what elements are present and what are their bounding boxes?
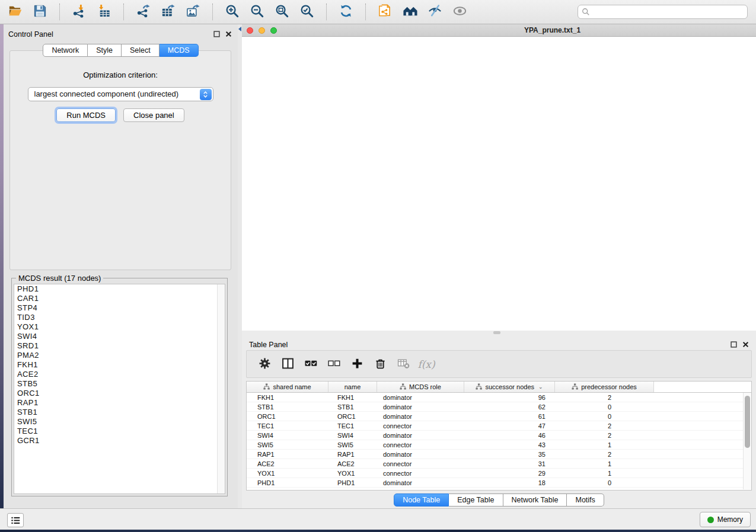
table-cell: 61 [464, 412, 555, 421]
mcds-result-list[interactable]: PHD1CAR1STP4TID3YOX1SWI4SRD1PMA2FKH1ACE2… [14, 284, 225, 494]
columns-button[interactable] [280, 357, 295, 371]
mcds-result-item[interactable]: RAP1 [14, 398, 225, 408]
zoom-fit-button[interactable] [274, 4, 290, 20]
run-mcds-button[interactable]: Run MCDS [56, 108, 116, 122]
zoom-out-button[interactable] [249, 4, 265, 20]
column-header-MCDS-role[interactable]: MCDS role [377, 382, 464, 392]
hide-annotations-button[interactable] [427, 4, 443, 20]
export-network-icon [136, 4, 151, 20]
table-row[interactable]: TEC1TEC1connector472 [247, 421, 751, 431]
mcds-result-item[interactable]: STB1 [14, 408, 225, 417]
splitter-grip[interactable] [493, 331, 500, 334]
column-header-successor-nodes[interactable]: successor nodes⌄ [464, 382, 555, 392]
column-header-shared-name[interactable]: shared name [247, 382, 328, 392]
table-row[interactable]: RAP1RAP1dominator352 [247, 450, 751, 459]
window-zoom-light[interactable] [270, 27, 277, 34]
houses-button[interactable] [402, 4, 418, 20]
splitter-collapse-icon[interactable] [238, 27, 241, 31]
tab-motifs[interactable]: Motifs [567, 493, 604, 507]
table-cell: 29 [464, 469, 555, 477]
table-row[interactable]: PHD1PHD1dominator180 [247, 478, 751, 488]
mcds-result-item[interactable]: ORC1 [14, 389, 225, 398]
window-close-light[interactable] [247, 27, 253, 34]
show-graphics-details-button[interactable] [452, 4, 468, 20]
task-history-button[interactable] [7, 513, 24, 527]
network-graph[interactable] [242, 37, 756, 331]
mcds-list-scrollbar[interactable] [217, 284, 225, 493]
float-panel-icon[interactable] [213, 31, 220, 37]
criterion-select[interactable]: largest connected component (undirected) [28, 87, 213, 101]
table-row[interactable]: ORC1ORC1dominator610 [247, 412, 751, 421]
mcds-result-item[interactable]: PHD1 [14, 284, 225, 294]
table-scrollbar[interactable] [743, 393, 751, 489]
open-button[interactable] [7, 4, 23, 20]
memory-button[interactable]: Memory [700, 512, 751, 527]
select-all-button[interactable] [304, 357, 318, 371]
mcds-result-item[interactable]: TEC1 [14, 427, 225, 436]
tree-column-icon [476, 383, 482, 391]
mcds-result-item[interactable]: TID3 [14, 313, 225, 322]
search-input[interactable] [590, 6, 747, 18]
mcds-result-item[interactable]: SWI4 [14, 332, 225, 341]
tab-style[interactable]: Style [88, 44, 122, 57]
mcds-result-item[interactable]: CAR1 [14, 294, 225, 303]
add-button[interactable] [350, 357, 364, 371]
tab-node-table[interactable]: Node Table [394, 493, 449, 507]
column-header-predecessor-nodes[interactable]: predecessor nodes [555, 382, 654, 392]
close-table-panel-icon[interactable] [742, 341, 749, 348]
mcds-result-item[interactable]: GCR1 [14, 436, 225, 446]
tab-network-table[interactable]: Network Table [503, 493, 567, 507]
window-minimize-light[interactable] [259, 27, 265, 34]
select-all-icon [305, 357, 317, 371]
tab-edge-table[interactable]: Edge Table [449, 493, 503, 507]
table-row[interactable]: SWI5SWI5connector431 [247, 440, 751, 450]
sort-chevron-icon[interactable]: ⌄ [538, 384, 543, 390]
control-panel-title: Control Panel [8, 30, 53, 39]
close-panel-button[interactable]: Close panel [123, 108, 184, 122]
table-row[interactable]: STB1STB1dominator620 [247, 402, 751, 412]
mcds-result-item[interactable]: SRD1 [14, 341, 225, 351]
search-box[interactable] [578, 5, 748, 19]
column-header-name[interactable]: name [328, 382, 377, 392]
mcds-result-item[interactable]: SWI5 [14, 417, 225, 427]
import-network-button[interactable] [71, 4, 87, 20]
save-button[interactable] [32, 4, 48, 20]
mcds-result-item[interactable]: YOX1 [14, 322, 225, 332]
table-scrollbar-thumb[interactable] [745, 396, 750, 448]
mcds-result-item[interactable]: FKH1 [14, 360, 225, 370]
mcds-result-item[interactable]: STB5 [14, 379, 225, 389]
gear-button[interactable] [257, 357, 272, 371]
table-row[interactable]: ACE2ACE2connector311 [247, 459, 751, 469]
mcds-panel: Optimization criterion: largest connecte… [9, 50, 231, 270]
table-row[interactable]: YOX1YOX1connector291 [247, 469, 751, 478]
trash-button[interactable] [373, 357, 387, 371]
table-row[interactable]: SWI4SWI4dominator462 [247, 431, 751, 440]
dropdown-stepper-icon [200, 89, 212, 100]
tab-mcds[interactable]: MCDS [160, 44, 199, 57]
horizontal-splitter[interactable] [242, 331, 756, 335]
deselect-all-button[interactable] [327, 357, 341, 371]
mcds-result-item[interactable]: ACE2 [14, 370, 225, 379]
add-icon [351, 357, 363, 371]
mcds-result-item[interactable]: PMA2 [14, 351, 225, 360]
zoom-selected-button[interactable] [299, 4, 315, 20]
column-label: MCDS role [409, 383, 441, 390]
refresh-button[interactable] [338, 4, 354, 20]
table-cell: dominator [377, 431, 464, 440]
trash-icon [374, 357, 387, 371]
network-canvas[interactable] [242, 37, 756, 331]
export-image-button[interactable] [185, 4, 201, 20]
vertical-splitter[interactable] [238, 24, 242, 508]
import-table-button[interactable] [96, 4, 112, 20]
table-row[interactable]: FKH1FKH1dominator962 [247, 393, 751, 402]
close-panel-icon[interactable] [225, 31, 232, 37]
table-cell: 46 [464, 431, 555, 440]
mcds-result-item[interactable]: STP4 [14, 303, 225, 313]
tab-select[interactable]: Select [122, 44, 160, 57]
zoom-in-button[interactable] [224, 4, 240, 20]
export-network-button[interactable] [135, 4, 151, 20]
new-network-from-selection-button[interactable] [377, 4, 393, 20]
float-table-panel-icon[interactable] [731, 341, 737, 348]
tab-network[interactable]: Network [43, 44, 88, 57]
export-table-button[interactable] [160, 4, 176, 20]
